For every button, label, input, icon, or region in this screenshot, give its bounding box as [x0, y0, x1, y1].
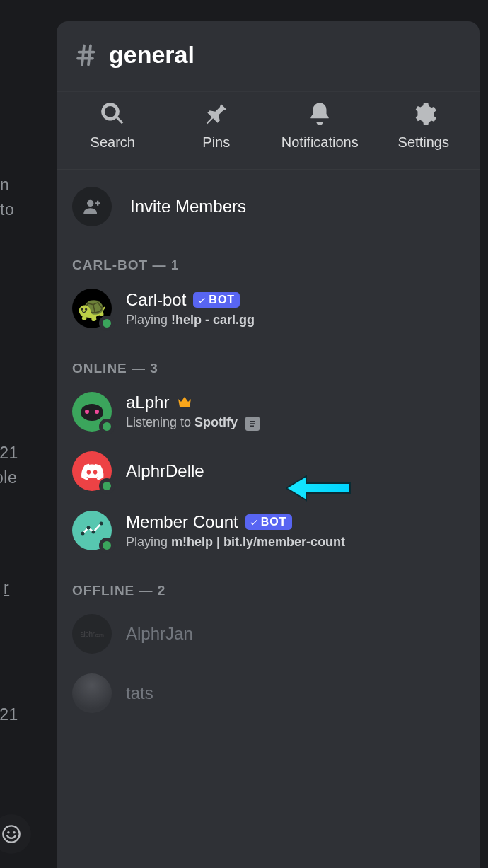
member-row-carlbot[interactable]: 🐢 Carl-bot BOT Playing !help - carl.gg	[57, 279, 480, 338]
gear-icon	[410, 100, 437, 127]
avatar	[72, 392, 112, 432]
member-row-membercount[interactable]: Member Count BOT Playing m!help | bit.ly…	[57, 501, 480, 560]
avatar: 🐢	[72, 289, 112, 328]
search-icon	[99, 100, 126, 127]
verified-check-icon	[249, 517, 259, 527]
svg-point-6	[95, 410, 99, 414]
member-name: aLphr	[126, 393, 169, 412]
svg-point-10	[81, 532, 85, 536]
avatar: alphr.com	[72, 614, 112, 654]
member-row-alphr[interactable]: aLphr Listening to Spotify	[57, 382, 480, 441]
person-add-icon	[82, 197, 102, 216]
svg-point-11	[87, 526, 91, 530]
member-name: Member Count	[126, 512, 238, 532]
members-sidebar-panel: general Search Pins Notifications Settin…	[57, 21, 480, 868]
avatar	[72, 451, 112, 491]
svg-point-5	[85, 410, 89, 414]
svg-point-3	[87, 200, 93, 207]
toolbar-label: Settings	[398, 134, 449, 151]
invite-members-button[interactable]: Invite Members	[57, 170, 480, 246]
bot-badge: BOT	[245, 514, 292, 530]
svg-rect-8	[250, 423, 255, 424]
bot-badge: BOT	[193, 292, 240, 308]
svg-point-12	[92, 531, 95, 534]
member-name: AlphrJan	[126, 624, 193, 644]
svg-point-2	[13, 831, 16, 834]
discord-creature-icon	[79, 402, 105, 422]
member-activity: Playing !help - carl.gg	[126, 313, 255, 328]
toolbar-label: Notifications	[281, 134, 359, 151]
edge-text: 021	[0, 444, 18, 463]
notifications-button[interactable]: Notifications	[268, 100, 372, 151]
section-heading-online: ONLINE — 3	[57, 338, 480, 382]
edge-text: 021	[0, 705, 18, 724]
alphr-logo-icon: alphr.com	[81, 630, 104, 638]
invite-avatar	[72, 187, 112, 226]
svg-point-4	[81, 404, 103, 421]
member-name: AlphrDelle	[126, 461, 204, 481]
toolbar-label: Search	[91, 134, 135, 151]
verified-check-icon	[197, 295, 207, 305]
member-activity: Listening to Spotify	[126, 415, 260, 430]
section-heading-offline: OFFLINE — 2	[57, 560, 480, 604]
invite-label: Invite Members	[130, 197, 246, 216]
edge-text: n	[0, 175, 9, 195]
svg-rect-7	[250, 421, 255, 422]
edge-text: r	[4, 579, 9, 598]
member-row-tats[interactable]: tats	[57, 664, 480, 723]
settings-button[interactable]: Settings	[372, 100, 476, 151]
channel-toolbar: Search Pins Notifications Settings	[57, 91, 480, 170]
smile-icon	[1, 824, 21, 844]
status-online-icon	[99, 538, 115, 553]
avatar	[72, 511, 112, 550]
edge-text: ole	[0, 468, 17, 487]
member-row-alphrdelle[interactable]: AlphrDelle	[57, 441, 480, 501]
status-online-icon	[99, 478, 115, 494]
edge-text: to	[0, 200, 14, 219]
search-button[interactable]: Search	[61, 100, 165, 151]
member-name: Carl-bot	[126, 290, 186, 310]
toolbar-label: Pins	[202, 134, 230, 151]
pin-icon	[203, 100, 230, 127]
avatar	[72, 673, 112, 713]
svg-point-1	[7, 831, 10, 834]
svg-rect-9	[250, 425, 254, 427]
status-online-icon	[99, 316, 115, 331]
bell-icon	[306, 100, 333, 127]
member-name: tats	[126, 683, 153, 703]
crown-icon	[176, 394, 193, 411]
member-row-alphrjan[interactable]: alphr.com AlphrJan	[57, 604, 480, 664]
discord-logo-icon	[80, 462, 104, 480]
section-heading-carlbot: CARL-BOT — 1	[57, 246, 480, 279]
rich-presence-icon	[245, 417, 260, 431]
channel-header: general	[57, 21, 480, 91]
hash-icon	[74, 42, 99, 68]
emoji-avatar	[0, 814, 31, 854]
pins-button[interactable]: Pins	[165, 100, 269, 151]
svg-point-13	[100, 522, 103, 526]
member-activity: Playing m!help | bit.ly/member-count	[126, 535, 345, 550]
channel-name: general	[109, 41, 194, 69]
status-online-icon	[99, 419, 115, 434]
svg-point-0	[3, 826, 19, 842]
background-left-panel: n to 021 ole r 021	[0, 0, 57, 868]
